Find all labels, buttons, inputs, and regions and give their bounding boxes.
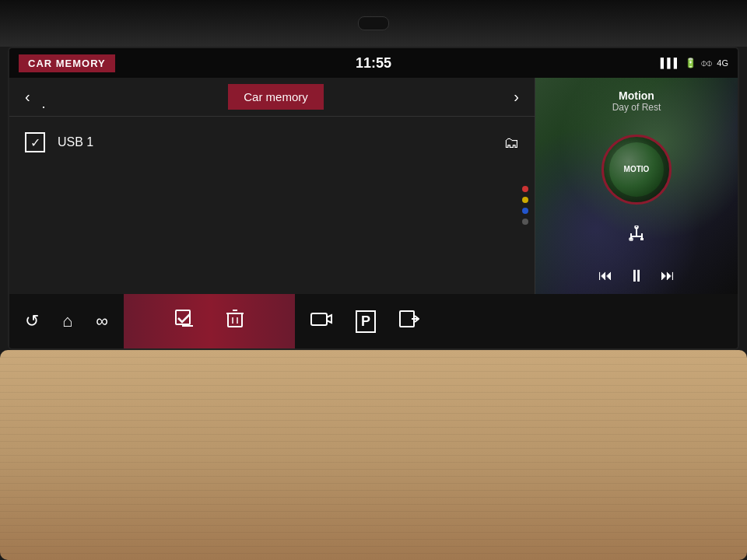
folder-icon[interactable]: 🗂 [503,134,519,152]
clock: 11:55 [356,55,391,72]
file-name-usb1: USB 1 [58,135,491,149]
music-player-panel: Motion Day of Rest MOTIO [535,78,738,294]
track-title: Motion [612,89,661,102]
fast-forward-button[interactable]: ⏭ [661,268,675,284]
toolbar-center-section [124,294,295,348]
dot-blue [522,208,528,214]
album-art: MOTIO [601,135,672,205]
car-top-bezel [0,0,747,47]
svg-rect-9 [228,313,242,327]
nav-forward-button[interactable]: › [507,85,525,109]
wifi-icon: ⌽⌽ [701,58,712,68]
svg-rect-4 [640,238,644,240]
parking-icon[interactable]: P [356,310,376,333]
usb-source-icon [625,226,648,244]
connect-icon[interactable]: ∞ [96,311,108,331]
camera-icon[interactable] [310,310,332,332]
network-4g-icon: 4G [717,58,728,68]
list-item[interactable]: ✓ USB 1 🗂 [9,123,535,162]
dot-red [522,186,528,192]
checkmark-icon: ✓ [30,135,40,150]
pause-button[interactable]: ⏸ [628,266,645,286]
status-left: CAR MEMORY [19,54,115,72]
nav-back-button[interactable]: ‹ [19,85,37,109]
toolbar-right-section: P [295,310,435,333]
album-label: MOTIO [624,165,650,173]
rewind-button[interactable]: ⏮ [598,268,612,284]
exit-icon[interactable] [399,310,419,332]
dot-yellow [522,197,528,203]
status-bar: CAR MEMORY 11:55 ▌▌▌ 🔋 ⌽⌽ 4G [9,48,738,78]
home-icon[interactable]: ⌂ [62,311,72,331]
select-all-icon[interactable] [174,309,195,334]
album-art-inner: MOTIO [609,142,664,197]
car-memory-nav-button[interactable]: Car memory [228,84,324,110]
track-subtitle: Day of Rest [612,102,661,113]
delete-icon[interactable] [226,309,244,334]
main-content: ‹ Car memory › ✓ USB 1 🗂 [9,78,738,294]
infotainment-screen: CAR MEMORY 11:55 ▌▌▌ 🔋 ⌽⌽ 4G ‹ Car memor… [8,47,739,350]
checkbox-usb1[interactable]: ✓ [25,132,45,152]
bottom-toolbar: ↺ ⌂ ∞ [9,294,739,348]
battery-icon: 🔋 [685,58,696,68]
back-icon[interactable]: ↺ [25,311,39,331]
signal-icon: ▌▌▌ [661,58,681,68]
scroll-indicators [522,186,528,225]
dashboard-bottom [0,350,747,560]
file-list: ✓ USB 1 🗂 [9,117,535,294]
player-controls: ⏮ ⏸ ⏭ [598,266,675,286]
toolbar-left-section: ↺ ⌂ ∞ [9,311,124,331]
car-memory-badge: CAR MEMORY [19,54,115,72]
now-playing-info: Motion Day of Rest [612,89,661,113]
nav-bar: ‹ Car memory › [9,78,535,117]
left-panel: ‹ Car memory › ✓ USB 1 🗂 [9,78,535,294]
svg-rect-14 [311,313,327,325]
dot-gray [522,219,528,225]
status-right: ▌▌▌ 🔋 ⌽⌽ 4G [661,58,728,68]
camera-bump [358,16,389,30]
